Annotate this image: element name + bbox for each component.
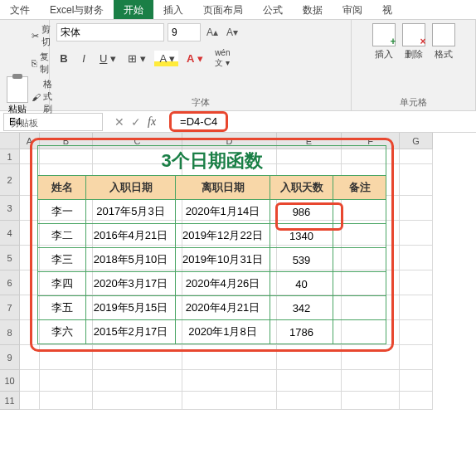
- table-cell[interactable]: 2020年4月21日: [176, 296, 270, 320]
- table-cell[interactable]: 2020年1月8日: [176, 320, 270, 344]
- table-cell[interactable]: 2018年5月10日: [86, 248, 176, 272]
- table-cell[interactable]: 1340: [270, 224, 333, 248]
- row-header-3[interactable]: 3: [0, 196, 20, 221]
- insert-button[interactable]: 插入: [372, 23, 396, 61]
- table-cell[interactable]: 2019年10月31日: [176, 248, 270, 272]
- cell-C11[interactable]: [93, 392, 182, 410]
- table-cell[interactable]: 342: [270, 296, 333, 320]
- table-cell[interactable]: 2020年4月26日: [176, 272, 270, 296]
- table-cell[interactable]: [333, 296, 386, 320]
- table-cell[interactable]: 2020年1月14日: [176, 200, 270, 224]
- cell-G6[interactable]: [400, 270, 433, 295]
- table-cell[interactable]: 539: [270, 248, 333, 272]
- cell-F10[interactable]: [342, 370, 400, 392]
- table-cell[interactable]: 1786: [270, 320, 333, 344]
- tab-Excel与财务[interactable]: Excel与财务: [40, 0, 114, 19]
- italic-button[interactable]: I: [76, 51, 91, 66]
- table-cell[interactable]: 2019年5月15日: [86, 296, 176, 320]
- table-header: 入职日期: [86, 176, 176, 200]
- tab-文件[interactable]: 文件: [0, 0, 40, 19]
- formula-input[interactable]: =D4-C4: [169, 111, 228, 132]
- table-cell[interactable]: 986: [270, 200, 333, 224]
- table-cell[interactable]: 2015年2月17日: [86, 320, 176, 344]
- table-cell[interactable]: [333, 320, 386, 344]
- table-cell[interactable]: 40: [270, 272, 333, 296]
- cell-A10[interactable]: [20, 370, 40, 392]
- tab-数据[interactable]: 数据: [293, 0, 333, 19]
- cell-A11[interactable]: [20, 392, 40, 410]
- cell-G10[interactable]: [400, 370, 433, 392]
- tab-审阅[interactable]: 审阅: [333, 0, 372, 19]
- phonetic-button[interactable]: wén文 ▾: [211, 46, 233, 71]
- row-header-7[interactable]: 7: [0, 295, 20, 320]
- data-table: 3个日期函数 姓名入职日期离职日期入职天数备注 李一2017年5月3日2020年…: [37, 145, 386, 344]
- row-header-10[interactable]: 10: [0, 370, 20, 392]
- table-cell[interactable]: 李六: [38, 320, 86, 344]
- col-header-G[interactable]: G: [400, 133, 433, 149]
- tab-插入[interactable]: 插入: [153, 0, 193, 19]
- paste-button[interactable]: 粘贴: [7, 76, 28, 115]
- font-color-button[interactable]: A ▾: [183, 51, 206, 66]
- row-header-8[interactable]: 8: [0, 320, 20, 345]
- table-cell[interactable]: 李五: [38, 296, 86, 320]
- cell-E10[interactable]: [277, 370, 342, 392]
- tab-公式[interactable]: 公式: [253, 0, 293, 19]
- cell-G3[interactable]: [400, 196, 433, 221]
- delete-button[interactable]: 删除: [402, 23, 425, 61]
- cell-E11[interactable]: [277, 392, 342, 410]
- table-cell[interactable]: [333, 200, 386, 224]
- select-all-corner[interactable]: [0, 133, 20, 149]
- row-header-11[interactable]: 11: [0, 392, 20, 410]
- cell-G7[interactable]: [400, 295, 433, 320]
- decrease-font-button[interactable]: A▾: [224, 27, 240, 38]
- cell-D11[interactable]: [182, 392, 277, 410]
- row-header-6[interactable]: 6: [0, 270, 20, 295]
- row-header-5[interactable]: 5: [0, 246, 20, 270]
- table-cell[interactable]: [333, 272, 386, 296]
- font-name-select[interactable]: [56, 23, 164, 41]
- underline-button[interactable]: U ▾: [96, 51, 119, 66]
- cell-G5[interactable]: [400, 246, 433, 270]
- row-header-1[interactable]: 1: [0, 149, 20, 164]
- bold-button[interactable]: B: [56, 51, 71, 66]
- increase-font-button[interactable]: A▴: [204, 27, 221, 38]
- cell-F11[interactable]: [342, 392, 400, 410]
- cell-G2[interactable]: [400, 164, 433, 196]
- fx-icon[interactable]: fx: [148, 115, 156, 129]
- cell-C10[interactable]: [93, 370, 182, 392]
- table-cell[interactable]: 2016年4月21日: [86, 224, 176, 248]
- clipboard-group-label: 剪贴板: [7, 115, 42, 129]
- table-header: 入职天数: [270, 176, 333, 200]
- table-cell[interactable]: 李三: [38, 248, 86, 272]
- table-cell[interactable]: 李一: [38, 200, 86, 224]
- table-cell[interactable]: 李二: [38, 224, 86, 248]
- table-cell[interactable]: [333, 224, 386, 248]
- cell-B11[interactable]: [40, 392, 93, 410]
- row-header-9[interactable]: 9: [0, 345, 20, 370]
- cell-G8[interactable]: [400, 320, 433, 345]
- cell-G1[interactable]: [400, 149, 433, 164]
- tab-开始[interactable]: 开始: [114, 0, 153, 19]
- accept-formula-button[interactable]: ✓: [131, 115, 141, 129]
- cell-B10[interactable]: [40, 370, 93, 392]
- table-cell[interactable]: 2020年3月17日: [86, 272, 176, 296]
- table-cell[interactable]: 2017年5月3日: [86, 200, 176, 224]
- cell-G9[interactable]: [400, 345, 433, 370]
- border-button[interactable]: ⊞ ▾: [124, 51, 149, 66]
- format-button[interactable]: 格式: [432, 23, 455, 61]
- highlight-box-table: 3个日期函数 姓名入职日期离职日期入职天数备注 李一2017年5月3日2020年…: [30, 138, 394, 352]
- fill-color-button[interactable]: A ▾: [154, 51, 178, 66]
- format-icon: [432, 23, 455, 46]
- table-cell[interactable]: 李四: [38, 272, 86, 296]
- font-size-select[interactable]: [168, 23, 201, 41]
- cell-G4[interactable]: [400, 221, 433, 246]
- row-header-2[interactable]: 2: [0, 164, 20, 196]
- table-cell[interactable]: 2019年12月22日: [176, 224, 270, 248]
- cancel-formula-button[interactable]: ✕: [114, 115, 124, 129]
- tab-页面布局[interactable]: 页面布局: [193, 0, 253, 19]
- tab-视[interactable]: 视: [372, 0, 402, 19]
- row-header-4[interactable]: 4: [0, 221, 20, 246]
- table-cell[interactable]: [333, 248, 386, 272]
- cell-D10[interactable]: [182, 370, 277, 392]
- cell-G11[interactable]: [400, 392, 433, 410]
